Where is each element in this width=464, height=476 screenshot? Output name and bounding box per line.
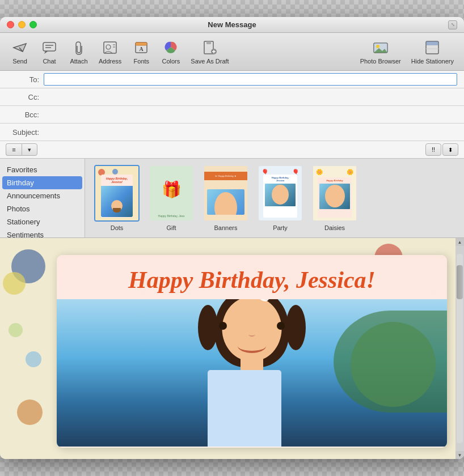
chat-label: Chat (43, 58, 56, 65)
scroll-thumb[interactable] (457, 265, 463, 299)
hide-stationery-button[interactable]: Hide Stationery (407, 36, 458, 67)
svg-rect-3 (43, 42, 56, 51)
bcc-row: Bcc: (0, 106, 464, 124)
template-party-thumb: 🎈 🎈 Happy Birthday, Jessica (258, 165, 303, 222)
scroll-down-arrow[interactable]: ▼ (455, 451, 464, 459)
save-as-draft-label: Save As Draft (191, 58, 229, 65)
subject-input[interactable] (44, 126, 457, 138)
photo-browser-icon (372, 39, 390, 57)
cat-photos[interactable]: Photos (0, 202, 85, 215)
svg-point-8 (106, 45, 111, 49)
format-bar: ≡ ▾ !! ⬍ (0, 141, 464, 158)
fonts-icon: A (132, 39, 150, 57)
photo-browser-button[interactable]: Photo Browser (356, 36, 406, 67)
photo-browser-label: Photo Browser (360, 58, 401, 65)
fonts-label: Fonts (134, 58, 150, 65)
subject-row: Subject: (0, 124, 464, 141)
gift-label: Gift (166, 224, 176, 231)
format-extra2[interactable]: ⬍ (442, 143, 458, 156)
template-party[interactable]: 🎈 🎈 Happy Birthday, Jessica (258, 165, 303, 231)
templates-area: Happy Birthday, Jessica! (85, 159, 464, 237)
svg-rect-16 (206, 41, 211, 44)
template-gift[interactable]: 🎁 Happy Birthday, Jess Gift (149, 165, 194, 231)
card-title: Happy Birthday, Jessica! (57, 255, 447, 299)
send-label: Send (12, 58, 27, 65)
list-button[interactable]: ≡ (6, 143, 22, 156)
card-photo (57, 299, 447, 447)
address-icon (101, 39, 119, 57)
template-dots-thumb: Happy Birthday, Jessica! (94, 165, 140, 222)
categories-list: Favorites Birthday Announcements Photos … (0, 159, 85, 237)
scroll-track[interactable] (457, 254, 463, 443)
close-button[interactable] (7, 21, 14, 28)
bcc-label: Bcc: (7, 110, 44, 119)
scrollbar: ▲ ▼ (455, 238, 464, 459)
cat-announcements[interactable]: Announcements (0, 189, 85, 202)
card-inner: Happy Birthday, Jessica! (57, 255, 447, 448)
to-row: To: (0, 71, 464, 88)
subject-label: Subject: (7, 128, 44, 137)
template-banners-thumb: ★ Happy Birthday ★ (203, 165, 248, 222)
address-label: Address (99, 58, 121, 65)
cc-input[interactable] (44, 91, 457, 103)
window-title: New Message (208, 20, 256, 29)
compose-area: To: Cc: Bcc: Subject: ≡ ▾ !! ⬍ (0, 71, 464, 159)
main-window: New Message ⤡ Send (0, 17, 464, 459)
content-area: Happy Birthday, Jessica! (0, 238, 464, 459)
party-label: Party (273, 224, 288, 231)
chat-button[interactable]: Chat (35, 36, 64, 67)
colors-icon (162, 39, 180, 57)
format-extra1[interactable]: !! (425, 143, 441, 156)
save-as-draft-button[interactable]: Save As Draft (186, 36, 233, 67)
cat-birthday[interactable]: Birthday (2, 176, 82, 189)
to-label: To: (7, 75, 44, 84)
attach-icon (70, 39, 88, 57)
colors-button[interactable]: Colors (157, 36, 185, 67)
scroll-up-arrow[interactable]: ▲ (455, 238, 464, 246)
list-dropdown[interactable]: ▾ (22, 143, 37, 156)
toolbar: Send Chat Attach (0, 33, 464, 71)
send-icon (11, 39, 29, 57)
address-button[interactable]: Address (94, 36, 126, 67)
svg-rect-27 (428, 50, 431, 52)
send-button[interactable]: Send (6, 36, 34, 67)
svg-text:A: A (140, 46, 144, 52)
extra-format-buttons: !! ⬍ (425, 143, 458, 156)
to-input[interactable] (44, 73, 457, 86)
resize-button[interactable]: ⤡ (448, 20, 457, 29)
maximize-button[interactable] (29, 21, 37, 28)
attach-button[interactable]: Attach (65, 36, 93, 67)
list-style-combo: ≡ ▾ (6, 143, 37, 156)
template-banners[interactable]: ★ Happy Birthday ★ Banners (203, 165, 248, 231)
svg-rect-28 (432, 50, 437, 52)
colors-label: Colors (162, 58, 180, 65)
template-gift-thumb: 🎁 Happy Birthday, Jess (149, 165, 194, 222)
svg-rect-25 (426, 41, 438, 45)
chat-icon (40, 39, 58, 57)
minimize-button[interactable] (18, 21, 26, 28)
hide-stationery-label: Hide Stationery (411, 58, 454, 65)
banners-label: Banners (214, 224, 238, 231)
template-daisies-thumb: 🌼 🌼 Happy Birthday (312, 165, 357, 222)
cc-row: Cc: (0, 88, 464, 106)
birthday-card: Happy Birthday, Jessica! (0, 238, 464, 459)
svg-rect-12 (136, 42, 147, 45)
title-bar: New Message ⤡ (0, 17, 464, 33)
cat-stationery[interactable]: Stationery (0, 215, 85, 228)
svg-point-22 (376, 45, 379, 48)
fonts-button[interactable]: A Fonts (127, 36, 155, 67)
stationery-icon (423, 39, 441, 57)
draft-icon (201, 39, 219, 57)
cc-label: Cc: (7, 93, 44, 101)
template-daisies[interactable]: 🌼 🌼 Happy Birthday Daisies (312, 165, 357, 231)
attach-label: Attach (70, 58, 87, 65)
daisies-label: Daisies (324, 224, 345, 231)
bcc-input[interactable] (44, 108, 457, 121)
window-controls (7, 21, 37, 28)
template-dots[interactable]: Happy Birthday, Jessica! (94, 165, 140, 231)
stationery-panel: Favorites Birthday Announcements Photos … (0, 159, 464, 238)
dots-label: Dots (111, 224, 124, 231)
cat-favorites[interactable]: Favorites (0, 163, 85, 176)
